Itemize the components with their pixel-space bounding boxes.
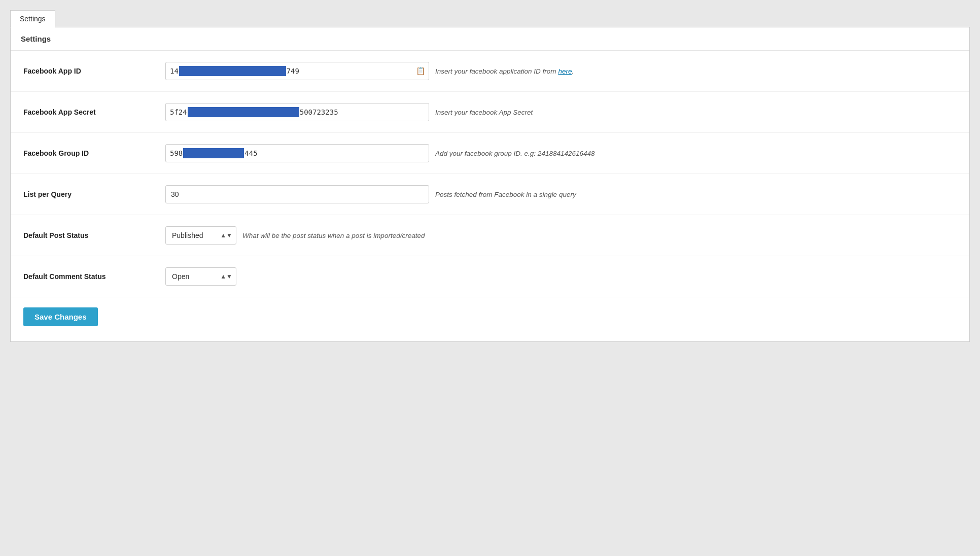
label-default-comment-status: Default Comment Status <box>23 272 165 281</box>
fb-app-id-suffix: 749 <box>287 67 299 75</box>
default-comment-status-select[interactable]: Open Closed <box>165 267 236 286</box>
fb-group-id-input-wrapper[interactable]: 598 445 <box>165 144 429 162</box>
row-fb-app-id: Facebook App ID 14 749 📋 Insert your fac… <box>11 51 969 92</box>
label-default-post-status: Default Post Status <box>23 231 165 239</box>
control-default-comment-status: Open Closed ▲▼ <box>165 267 957 286</box>
fb-app-secret-prefix: 5f24 <box>170 108 187 116</box>
fb-group-id-suffix: 445 <box>244 149 257 157</box>
control-fb-app-secret: 5f24 500723235 Insert your facebook App … <box>165 103 957 121</box>
default-post-status-wrapper: Published Draft Pending ▲▼ <box>165 226 236 245</box>
row-fb-group-id: Facebook Group ID 598 445 Add your faceb… <box>11 133 969 174</box>
control-fb-app-id: 14 749 📋 Insert your facebook applicatio… <box>165 62 957 80</box>
control-list-per-query: Posts fetched from Facebook in a single … <box>165 185 957 203</box>
fb-app-secret-input-wrapper[interactable]: 5f24 500723235 <box>165 103 429 121</box>
label-fb-app-id: Facebook App ID <box>23 67 165 75</box>
control-default-post-status: Published Draft Pending ▲▼ What will be … <box>165 226 957 245</box>
row-default-post-status: Default Post Status Published Draft Pend… <box>11 215 969 256</box>
fb-group-id-display: 598 445 <box>170 145 425 162</box>
fb-app-secret-hint: Insert your facebook App Secret <box>435 109 957 116</box>
default-comment-status-wrapper: Open Closed ▲▼ <box>165 267 236 286</box>
default-post-status-select[interactable]: Published Draft Pending <box>165 226 236 245</box>
row-fb-app-secret: Facebook App Secret 5f24 500723235 Inser… <box>11 92 969 133</box>
fb-group-id-prefix: 598 <box>170 149 183 157</box>
fb-app-id-copy-button[interactable]: 📋 <box>415 65 427 77</box>
fb-app-id-prefix: 14 <box>170 67 179 75</box>
row-list-per-query: List per Query Posts fetched from Facebo… <box>11 174 969 215</box>
fb-group-id-masked <box>183 148 244 158</box>
fb-app-id-masked <box>179 66 286 76</box>
main-panel: Settings Facebook App ID 14 749 📋 Insert… <box>10 27 970 342</box>
fb-app-id-hint-link[interactable]: here <box>558 67 572 75</box>
panel-title: Settings <box>11 27 969 51</box>
control-fb-group-id: 598 445 Add your facebook group ID. e.g:… <box>165 144 957 162</box>
label-fb-group-id: Facebook Group ID <box>23 149 165 157</box>
fb-app-id-hint: Insert your facebook application ID from… <box>435 67 957 75</box>
fb-app-secret-display: 5f24 500723235 <box>170 103 425 121</box>
label-list-per-query: List per Query <box>23 190 165 198</box>
save-changes-button[interactable]: Save Changes <box>23 307 98 326</box>
list-per-query-input[interactable] <box>165 185 429 203</box>
fb-app-id-display: 14 749 <box>170 62 425 80</box>
row-default-comment-status: Default Comment Status Open Closed ▲▼ <box>11 256 969 297</box>
label-fb-app-secret: Facebook App Secret <box>23 108 165 116</box>
fb-app-id-input-wrapper[interactable]: 14 749 📋 <box>165 62 429 80</box>
fb-app-secret-suffix: 500723235 <box>300 108 338 116</box>
fb-group-id-hint: Add your facebook group ID. e.g: 2418841… <box>435 150 957 157</box>
tab-settings[interactable]: Settings <box>10 10 55 27</box>
list-per-query-hint: Posts fetched from Facebook in a single … <box>435 191 957 198</box>
tab-bar: Settings <box>10 10 970 27</box>
fb-app-secret-masked <box>188 107 299 117</box>
default-post-status-hint: What will be the post status when a post… <box>242 232 957 239</box>
